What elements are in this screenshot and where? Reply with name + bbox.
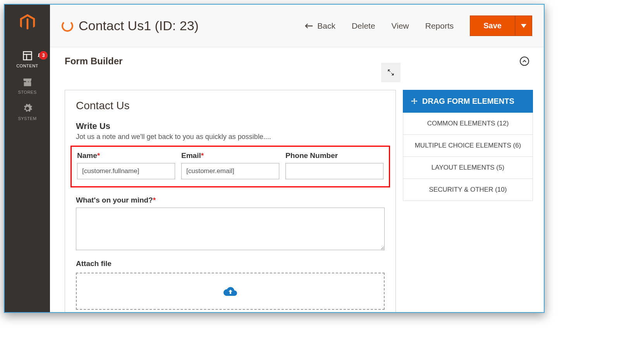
back-button[interactable]: Back xyxy=(305,21,335,31)
expand-button[interactable] xyxy=(381,63,401,82)
message-field[interactable]: What's on your mind?* xyxy=(76,196,385,250)
phone-input[interactable] xyxy=(285,163,383,179)
section-header: Form Builder xyxy=(50,47,544,73)
admin-sidebar: CONTENT 3 STORES SYSTEM xyxy=(5,5,50,312)
view-button[interactable]: View xyxy=(392,21,409,31)
chevron-up-icon xyxy=(523,60,526,62)
form-description: Jot us a note and we'll get back to you … xyxy=(76,133,385,141)
form-subtitle: Write Us xyxy=(76,121,385,131)
form-title: Contact Us xyxy=(76,100,385,112)
page-title: Contact Us1 (ID: 23) xyxy=(79,18,199,33)
message-label: What's on your mind?* xyxy=(76,196,385,204)
phone-label: Phone Number xyxy=(285,151,383,160)
nav-system[interactable]: SYSTEM xyxy=(5,98,50,125)
email-label: Email* xyxy=(181,151,279,160)
elements-panel-header: DRAG FORM ELEMENTS xyxy=(403,90,533,113)
name-label: Name* xyxy=(77,151,175,160)
elements-panel: DRAG FORM ELEMENTS COMMON ELEMENTS (12) … xyxy=(403,90,533,312)
nav-label: CONTENT xyxy=(16,64,38,68)
expand-icon xyxy=(387,69,395,76)
main-content: Contact Us1 (ID: 23) Back Delete View Re… xyxy=(50,5,544,312)
save-button-group: Save xyxy=(470,15,532,36)
reports-button[interactable]: Reports xyxy=(425,21,454,31)
email-input[interactable] xyxy=(181,163,279,179)
chevron-down-icon xyxy=(521,24,526,28)
magento-logo xyxy=(18,13,37,32)
drag-icon xyxy=(411,98,418,105)
panel-category-layout[interactable]: LAYOUT ELEMENTS (5) xyxy=(403,157,533,179)
section-title: Form Builder xyxy=(65,56,122,67)
back-label: Back xyxy=(317,21,335,31)
highlighted-fields-row: Name* Email* Phone Number xyxy=(70,146,390,187)
content-icon xyxy=(22,50,33,61)
form-builder-area: Contact Us Write Us Jot us a note and we… xyxy=(50,73,544,312)
save-button[interactable]: Save xyxy=(470,15,515,36)
svg-rect-0 xyxy=(23,52,31,60)
message-textarea[interactable] xyxy=(76,208,385,250)
file-dropzone[interactable] xyxy=(76,273,385,310)
attach-label: Attach file xyxy=(76,259,385,268)
cloud-upload-icon xyxy=(223,286,237,297)
notification-badge[interactable]: 3 xyxy=(39,51,48,60)
name-input[interactable] xyxy=(77,163,175,179)
spinner-icon xyxy=(62,20,73,32)
nav-stores[interactable]: STORES xyxy=(5,72,50,98)
nav-label: STORES xyxy=(18,90,36,94)
email-field[interactable]: Email* xyxy=(181,151,279,179)
collapse-button[interactable] xyxy=(520,57,529,66)
form-canvas[interactable]: Contact Us Write Us Jot us a note and we… xyxy=(65,90,396,312)
arrow-left-icon xyxy=(305,23,313,29)
stores-icon xyxy=(22,77,33,88)
gear-icon xyxy=(22,103,33,114)
nav-content[interactable]: CONTENT 3 xyxy=(5,46,50,72)
delete-button[interactable]: Delete xyxy=(352,21,375,31)
panel-category-multiple[interactable]: MULTIPLE CHOICE ELEMENTS (6) xyxy=(403,135,533,157)
name-field[interactable]: Name* xyxy=(77,151,175,179)
panel-category-common[interactable]: COMMON ELEMENTS (12) xyxy=(403,113,533,135)
save-dropdown-toggle[interactable] xyxy=(515,15,532,36)
nav-label: SYSTEM xyxy=(18,116,36,121)
phone-field[interactable]: Phone Number xyxy=(285,151,383,179)
panel-category-security[interactable]: SECURITY & OTHER (10) xyxy=(403,179,533,201)
page-header: Contact Us1 (ID: 23) Back Delete View Re… xyxy=(50,5,544,47)
